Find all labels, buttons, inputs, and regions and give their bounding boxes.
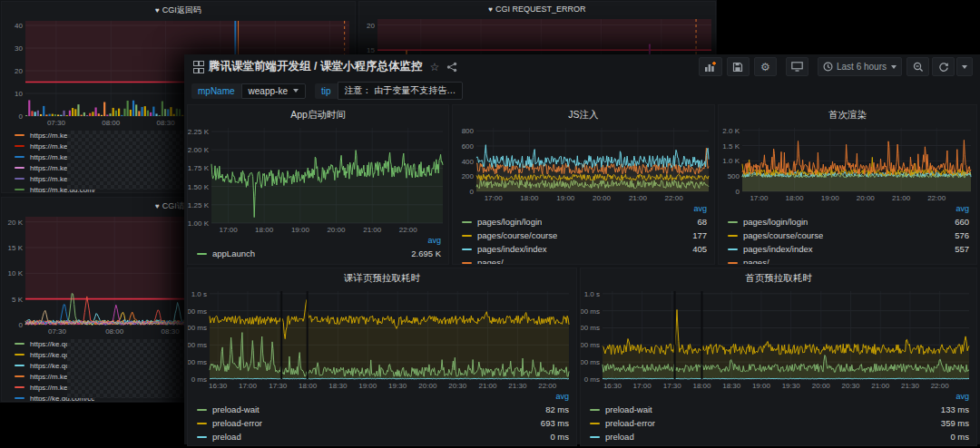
x-tick-label: 18:30 bbox=[328, 382, 348, 390]
timeseries-chart[interactable]: 2015 bbox=[359, 17, 715, 59]
y-tick-label: 500 bbox=[728, 172, 740, 180]
series-color-dash bbox=[197, 423, 207, 424]
panel-title[interactable]: JS注入 bbox=[453, 105, 714, 122]
panel-title[interactable]: 首页预拉取耗时 bbox=[581, 268, 976, 286]
series-avg-value: 82 ms bbox=[538, 404, 569, 414]
series-color-dash bbox=[462, 221, 472, 223]
x-tick-label: 18:00 bbox=[520, 194, 539, 202]
legend-row[interactable]: preload-error359 ms bbox=[590, 416, 969, 430]
series-name: pages/index/index bbox=[743, 244, 813, 254]
legend-row[interactable]: pages/… bbox=[462, 256, 707, 264]
legend-row[interactable]: preload0 ms bbox=[590, 430, 969, 443]
dashboard-header: 腾讯课堂前端开发组 / 课堂小程序总体监控 ☆ ⚙ Last 6 hours bbox=[184, 54, 980, 79]
series-avg-value: 557 bbox=[947, 244, 969, 254]
y-tick-label: 20 bbox=[15, 67, 23, 75]
x-tick-label: 20:00 bbox=[812, 382, 831, 390]
legend-row[interactable]: pages/index/index557 bbox=[728, 242, 969, 256]
time-range-label: Last 6 hours bbox=[837, 62, 887, 72]
legend-row[interactable]: pages/… bbox=[728, 256, 969, 264]
panel-title[interactable]: ♥CGI REQUEST_ERROR bbox=[359, 2, 715, 17]
timeseries-chart[interactable]: 16:3017:0017:3018:0018:3019:0019:3020:00… bbox=[188, 286, 576, 391]
y-tick-label: 20 K bbox=[8, 219, 24, 227]
x-tick-label: 21:00 bbox=[363, 226, 382, 234]
time-range-picker-button[interactable]: Last 6 hours bbox=[818, 57, 902, 76]
y-tick-label: 1.0 K bbox=[722, 157, 740, 165]
series-color-dash bbox=[15, 375, 24, 377]
panel-title[interactable]: 课详页预拉取耗时 bbox=[188, 268, 576, 286]
series-avg-value: 68 bbox=[690, 217, 707, 227]
y-tick-label: 0 bbox=[19, 321, 24, 329]
panel-title[interactable]: 首次渲染 bbox=[719, 105, 976, 122]
y-tick-label: 0 bbox=[736, 188, 740, 196]
x-tick-label: 16:30 bbox=[209, 382, 228, 390]
y-tick-label: 2.0 K bbox=[722, 127, 740, 135]
series-name: preload bbox=[605, 432, 634, 442]
series-color-dash bbox=[15, 156, 24, 158]
variable-mpname-dropdown[interactable]: weapp-ke bbox=[241, 83, 306, 99]
series-color-dash bbox=[728, 235, 738, 237]
legend-row[interactable]: pages/course/course576 bbox=[728, 229, 969, 242]
timeseries-chart[interactable]: 16:3017:0017:3018:0018:3019:0019:3020:00… bbox=[581, 286, 976, 391]
panel-add-button[interactable] bbox=[699, 57, 722, 76]
save-dashboard-button[interactable] bbox=[727, 57, 750, 76]
series-name: pages/course/course bbox=[477, 230, 557, 240]
timeseries-chart[interactable]: 17:0018:0019:0020:0021:0022:008006004002… bbox=[453, 122, 714, 203]
legend-row[interactable]: preload-wait82 ms bbox=[197, 403, 569, 416]
panel-title[interactable]: ♥CGI返回码 bbox=[2, 2, 355, 17]
legend-row[interactable]: preload0 ms bbox=[197, 430, 569, 443]
variable-tip-text[interactable]: 注意： 由于变量不支持告… bbox=[338, 82, 464, 100]
series-color-dash bbox=[590, 423, 600, 424]
panel-title[interactable]: App启动时间 bbox=[188, 105, 448, 122]
series-name: appLaunch bbox=[212, 248, 255, 258]
series-name: preload-error bbox=[605, 418, 655, 428]
y-tick-label: 600 ms bbox=[581, 324, 600, 332]
y-tick-label: 10 K bbox=[8, 269, 24, 278]
zoom-out-time-button[interactable] bbox=[906, 57, 929, 76]
x-tick-label: 17:30 bbox=[663, 382, 682, 390]
x-tick-label: 17:00 bbox=[750, 194, 769, 202]
legend-row[interactable]: appLaunch2.695 K bbox=[197, 247, 441, 260]
series-color-dash bbox=[15, 167, 24, 169]
legend-row[interactable]: pages/index/index405 bbox=[462, 242, 707, 256]
chevron-down-icon bbox=[891, 65, 897, 69]
dashboard-title[interactable]: 腾讯课堂前端开发组 / 课堂小程序总体监控 bbox=[209, 59, 422, 74]
series-color-dash bbox=[15, 178, 24, 180]
refresh-button[interactable] bbox=[932, 57, 955, 76]
panel-app-launch-time: App启动时间 17:0018:0019:0020:0021:0022:002.… bbox=[187, 104, 449, 265]
legend-row[interactable]: preload-error693 ms bbox=[197, 416, 569, 430]
cycle-view-mode-button[interactable] bbox=[786, 57, 808, 76]
x-tick-label: 20:00 bbox=[327, 226, 346, 234]
y-tick-label: 600 ms bbox=[188, 324, 207, 332]
legend-row[interactable]: pages/login/login68 bbox=[462, 215, 707, 229]
y-tick-label: 1.5 K bbox=[722, 142, 740, 151]
timeseries-chart[interactable]: 17:0018:0019:0020:0021:0022:002.0 K1.5 K… bbox=[719, 122, 976, 203]
x-tick-label: 20:30 bbox=[841, 382, 860, 390]
legend-row[interactable]: pages/course/course177 bbox=[462, 229, 707, 242]
alert-state-heart-icon: ♥ bbox=[155, 202, 160, 210]
y-tick-label: 15 bbox=[367, 46, 375, 54]
x-tick-label: 20:00 bbox=[593, 194, 612, 202]
series-avg-value: 660 bbox=[947, 217, 969, 227]
x-tick-label: 21:30 bbox=[901, 382, 920, 390]
y-tick-label: 800 ms bbox=[188, 307, 207, 316]
timeseries-chart[interactable]: 17:0018:0019:0020:0021:0022:002.25 K2.00… bbox=[188, 122, 448, 235]
y-tick-label: 0 bbox=[470, 188, 475, 196]
star-icon[interactable]: ☆ bbox=[429, 61, 439, 73]
x-tick-label: 17:00 bbox=[220, 226, 239, 234]
legend-avg-header: avg bbox=[197, 235, 441, 247]
alert-state-heart-icon: ♥ bbox=[155, 6, 160, 15]
dashboard-settings-button[interactable]: ⚙ bbox=[754, 57, 777, 76]
y-tick-label: 30 bbox=[15, 44, 23, 53]
panel-home-preload: 首页预拉取耗时 16:3017:0017:3018:0018:3019:0019… bbox=[580, 268, 977, 446]
legend-row[interactable]: pages/login/login660 bbox=[728, 215, 969, 229]
series-color-dash bbox=[15, 386, 24, 388]
share-icon[interactable] bbox=[446, 62, 457, 73]
legend-row[interactable]: preload-wait133 ms bbox=[590, 403, 969, 416]
series-name: preload-wait bbox=[212, 404, 260, 414]
refresh-interval-picker-button[interactable] bbox=[956, 57, 973, 76]
series-color-dash bbox=[15, 145, 24, 147]
y-tick-label: 200 ms bbox=[188, 358, 207, 366]
legend-avg-header: avg bbox=[590, 391, 969, 403]
panel-js-inject: JS注入 17:0018:0019:0020:0021:0022:0080060… bbox=[452, 104, 715, 265]
y-tick-label: 400 ms bbox=[188, 341, 207, 349]
